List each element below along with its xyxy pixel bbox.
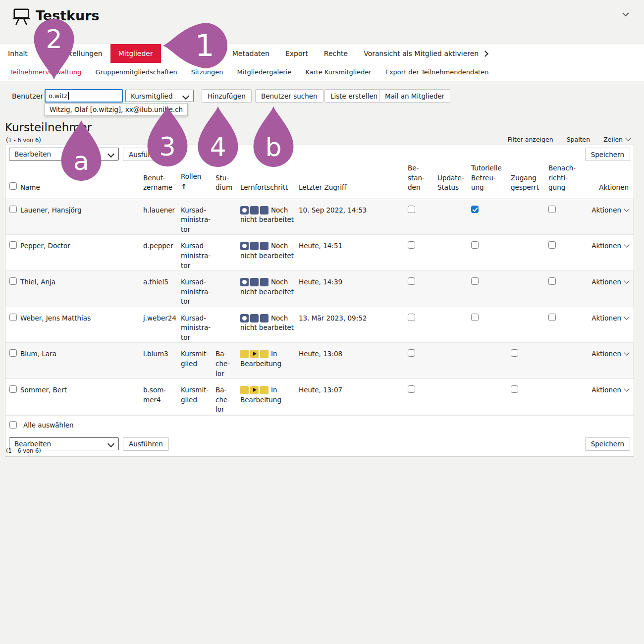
- row-select-checkbox[interactable]: [9, 206, 17, 213]
- col-header-last-access[interactable]: Letzter Zugriff: [299, 163, 408, 199]
- table-toolbar-bottom: Bearbeiten Ausführen Speichern: [5, 434, 634, 456]
- cell-name: Lauener, Hansjörg: [20, 199, 143, 235]
- cell-tutor: [471, 307, 511, 343]
- col-header-study[interactable]: Stu- dium: [215, 163, 240, 199]
- rows-dropdown[interactable]: Zeilen: [603, 136, 630, 143]
- search-user-button[interactable]: Benutzer suchen: [255, 89, 323, 103]
- cell-update-status: [437, 199, 471, 235]
- save-button-top[interactable]: Speichern: [585, 148, 630, 161]
- cell-name: Weber, Jens Matthias: [20, 307, 143, 343]
- row-select-checkbox[interactable]: [9, 349, 17, 357]
- tutor-checkbox[interactable]: [471, 241, 479, 249]
- passed-checkbox[interactable]: [408, 241, 415, 249]
- tab-export[interactable]: Export: [277, 44, 316, 63]
- user-input-label: Benutzer: [12, 92, 43, 100]
- save-button-bottom[interactable]: Speichern: [585, 437, 630, 451]
- passed-checkbox[interactable]: [408, 349, 415, 357]
- cell-study: [215, 271, 240, 307]
- col-header-progress[interactable]: Lernfortschritt: [240, 163, 299, 199]
- add-user-button[interactable]: Hinzufügen: [202, 89, 252, 103]
- cell-role: Kursad- ministra- tor: [181, 271, 215, 307]
- sub-tab-bar: Teilnehmerverwaltung Gruppenmitgliedscha…: [0, 63, 644, 81]
- col-header-passed[interactable]: Be- stan- den: [408, 163, 437, 199]
- tab-metadaten[interactable]: Metadaten: [224, 44, 277, 63]
- row-select-checkbox[interactable]: [9, 277, 17, 285]
- col-header-roles-label: Rollen: [181, 172, 201, 180]
- notification-checkbox[interactable]: [548, 277, 556, 285]
- cell-progress: Noch nicht bearbeitet: [240, 271, 299, 307]
- cell-tutor: [471, 271, 511, 307]
- row-select-checkbox[interactable]: [9, 385, 17, 393]
- tab-voransicht[interactable]: Voransicht als Mitglied aktivieren: [356, 44, 495, 63]
- table-row: Blum, Lara l.blum3 Kursmit- glied Ba- ch…: [5, 343, 634, 379]
- cell-last-access: Heute, 14:51: [299, 235, 408, 271]
- notification-checkbox[interactable]: [548, 314, 556, 321]
- tutor-checkbox[interactable]: [471, 314, 479, 321]
- cell-progress: Noch nicht bearbeitet: [240, 307, 299, 343]
- subtab-karte-kursmitglieder[interactable]: Karte Kursmitglieder: [298, 68, 378, 76]
- tab-voransicht-label: Voransicht als Mitglied aktivieren: [364, 50, 479, 57]
- cell-study: [215, 307, 240, 343]
- tab-mitglieder[interactable]: Mitglieder: [110, 44, 161, 63]
- collapse-chevron-icon[interactable]: [620, 9, 631, 20]
- passed-checkbox[interactable]: [408, 277, 415, 285]
- row-actions-dropdown[interactable]: Aktionen: [591, 235, 634, 271]
- chevron-down-icon: [182, 92, 189, 99]
- tutor-checkbox[interactable]: [471, 206, 479, 213]
- columns-link[interactable]: Spalten: [567, 136, 590, 143]
- col-header-username[interactable]: Benut- zername: [143, 163, 181, 199]
- create-list-button[interactable]: Liste erstellen: [324, 89, 383, 103]
- tab-inhalt[interactable]: Inhalt: [0, 44, 36, 63]
- filter-link[interactable]: Filter anzeigen: [508, 136, 553, 143]
- blocked-checkbox[interactable]: [511, 349, 518, 357]
- cell-passed: [408, 343, 437, 379]
- passed-checkbox[interactable]: [408, 314, 415, 321]
- cell-tutor: [471, 343, 511, 379]
- notification-checkbox[interactable]: [548, 206, 556, 213]
- cell-name: Pepper, Doctor: [20, 235, 143, 271]
- chevron-down-icon: [107, 151, 114, 158]
- row-actions-label: Aktionen: [591, 206, 621, 214]
- select-all-label: Alle auswählen: [23, 421, 74, 429]
- col-header-tutor[interactable]: Tutorielle Betreu- ung: [471, 163, 511, 199]
- cell-blocked: [511, 307, 548, 343]
- table-row: Pepper, Doctor d.pepper Kursad- ministra…: [5, 235, 634, 271]
- cell-role: Kursad- ministra- tor: [181, 307, 215, 343]
- cell-role: Kursmit- glied: [181, 379, 215, 415]
- role-select[interactable]: Kursmitglied: [125, 90, 194, 102]
- cell-notification: [548, 271, 591, 307]
- cell-study: Ba- che- lor: [215, 343, 240, 379]
- subtab-export-teilnehmendendaten[interactable]: Export der Teilnehmendendaten: [378, 68, 496, 76]
- cell-study: Ba- che- lor: [215, 379, 240, 415]
- page-header: Testkurs: [0, 0, 644, 44]
- table-body: Lauener, Hansjörg h.lauener Kursad- mini…: [5, 199, 634, 415]
- row-actions-dropdown[interactable]: Aktionen: [591, 343, 634, 379]
- chevron-down-icon: [625, 135, 631, 141]
- row-actions-dropdown[interactable]: Aktionen: [591, 271, 634, 307]
- execute-button-bottom[interactable]: Ausführen: [123, 437, 169, 451]
- row-actions-dropdown[interactable]: Aktionen: [591, 307, 634, 343]
- col-header-notification[interactable]: Benach- richti- gung: [548, 163, 591, 199]
- cell-blocked: [511, 235, 548, 271]
- notification-checkbox[interactable]: [548, 241, 556, 249]
- passed-checkbox[interactable]: [408, 206, 415, 213]
- user-search-input[interactable]: o.witz: [45, 89, 123, 103]
- passed-checkbox[interactable]: [408, 385, 415, 393]
- col-header-actions: Aktionen: [591, 163, 634, 199]
- row-actions-dropdown[interactable]: Aktionen: [591, 199, 634, 235]
- row-actions-dropdown[interactable]: Aktionen: [591, 379, 634, 415]
- blocked-checkbox[interactable]: [511, 385, 518, 393]
- tab-rechte[interactable]: Rechte: [316, 44, 356, 63]
- col-header-blocked[interactable]: Zugang gesperrt: [511, 163, 548, 199]
- select-all-checkbox[interactable]: [9, 421, 17, 429]
- tutor-checkbox[interactable]: [471, 277, 479, 285]
- col-header-update-status[interactable]: Update- Status: [437, 163, 471, 199]
- mail-members-button[interactable]: Mail an Mitglieder: [379, 89, 450, 103]
- row-select-checkbox[interactable]: [9, 314, 17, 321]
- subtab-mitgliedergalerie[interactable]: Mitgliedergalerie: [230, 68, 299, 76]
- cell-progress: Noch nicht bearbeitet: [240, 235, 299, 271]
- header-select-checkbox[interactable]: [9, 182, 17, 190]
- col-header-roles[interactable]: Rollen↑: [181, 163, 215, 199]
- row-select-checkbox[interactable]: [9, 241, 17, 249]
- chevron-down-icon: [624, 314, 629, 320]
